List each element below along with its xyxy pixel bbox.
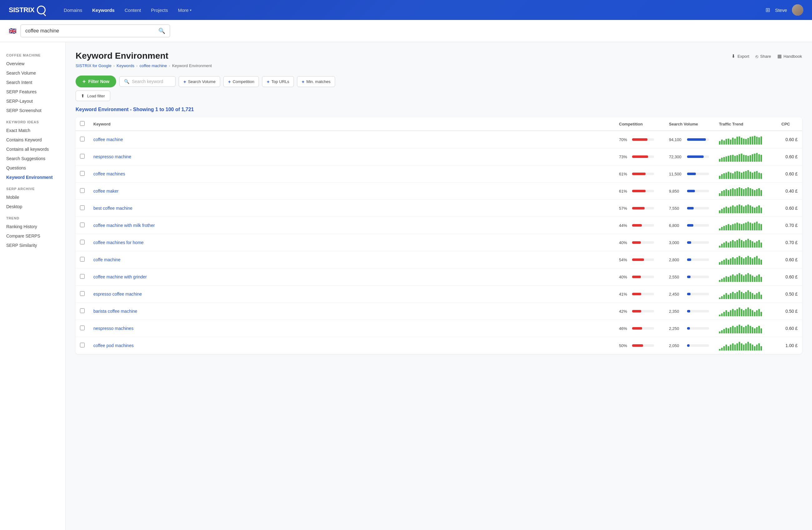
- avatar[interactable]: [792, 4, 803, 16]
- filter-now-button[interactable]: + Filter Now: [76, 75, 116, 87]
- row-checkbox[interactable]: [80, 154, 85, 159]
- keyword-link[interactable]: barista coffee machine: [93, 309, 137, 314]
- keyword-link[interactable]: best coffee machine: [93, 206, 132, 211]
- row-checkbox[interactable]: [80, 240, 85, 245]
- keyword-link[interactable]: nespresso machine: [93, 154, 131, 159]
- keyword-link[interactable]: coffee machines for home: [93, 240, 144, 245]
- row-checkbox[interactable]: [80, 171, 85, 176]
- select-all-checkbox[interactable]: [80, 121, 85, 126]
- grid-icon[interactable]: ⊞: [766, 6, 770, 13]
- logo: SISTRIX: [9, 5, 46, 14]
- keyword-link[interactable]: coffee machine with grinder: [93, 274, 147, 279]
- sidebar-item-questions[interactable]: Questions: [0, 163, 65, 173]
- nav-domains[interactable]: Domains: [59, 5, 87, 15]
- row-checkbox[interactable]: [80, 223, 85, 227]
- table-title: Keyword Environment - Showing 1 to 100 o…: [76, 107, 802, 112]
- header: SISTRIX Domains Keywords Content Project…: [0, 0, 812, 20]
- cpc-cell: 0.40 £: [777, 182, 802, 200]
- cpc-cell: 0.70 £: [777, 234, 802, 251]
- filter-search-box[interactable]: 🔍 Search keyword: [119, 76, 175, 87]
- breadcrumb-current: Keyword Environment: [172, 63, 212, 68]
- keyword-link[interactable]: coffee pod machines: [93, 343, 134, 348]
- content-area: Keyword Environment SISTRIX for Google ›…: [66, 42, 812, 530]
- breadcrumb-sistrix[interactable]: SISTRIX for Google: [76, 63, 112, 68]
- sidebar-item-desktop[interactable]: Desktop: [0, 202, 65, 211]
- row-checkbox[interactable]: [80, 326, 85, 330]
- logo-text: SISTRIX: [9, 6, 34, 14]
- trend-cell: [714, 217, 777, 234]
- breadcrumb-coffee-machine[interactable]: coffee machine: [140, 63, 167, 68]
- page-title: Keyword Environment: [76, 51, 212, 61]
- load-filter-button[interactable]: ⬆ Load filter: [76, 90, 110, 101]
- export-button[interactable]: ⬇ Export: [731, 53, 749, 59]
- sidebar-item-contains-keyword[interactable]: Contains Keyword: [0, 135, 65, 145]
- sidebar-item-search-volume[interactable]: Search Volume: [0, 68, 65, 78]
- sidebar-item-serp-screenshot[interactable]: SERP Screenshot: [0, 106, 65, 115]
- top-urls-filter-button[interactable]: + Top URLs: [262, 76, 294, 87]
- trend-cell: [714, 337, 777, 354]
- trend-cell: [714, 200, 777, 217]
- competition-filter-button[interactable]: + Competition: [223, 76, 259, 87]
- sidebar-item-search-suggestions[interactable]: Search Suggestions: [0, 154, 65, 163]
- row-checkbox[interactable]: [80, 188, 85, 193]
- keyword-link[interactable]: coffe machine: [93, 257, 120, 262]
- chevron-down-icon: ▾: [190, 9, 191, 12]
- row-checkbox[interactable]: [80, 257, 85, 262]
- competition-cell: 44%: [614, 217, 665, 234]
- row-checkbox[interactable]: [80, 274, 85, 279]
- nav-more[interactable]: More ▾: [174, 5, 196, 15]
- nav-keywords[interactable]: Keywords: [88, 5, 119, 15]
- table-row: coffee pod machines50%2,0501.00 £: [76, 337, 802, 354]
- cpc-cell: 0.60 £: [777, 165, 802, 182]
- country-flag[interactable]: 🇬🇧: [9, 27, 17, 35]
- cpc-cell: 0.60 £: [777, 131, 802, 148]
- handbook-button[interactable]: ▦ Handbook: [777, 53, 802, 59]
- sidebar-item-compare-serps[interactable]: Compare SERPS: [0, 231, 65, 241]
- row-checkbox[interactable]: [80, 205, 85, 210]
- sidebar-item-keyword-environment[interactable]: Keyword Environment: [0, 173, 65, 182]
- row-checkbox[interactable]: [80, 308, 85, 313]
- breadcrumb-keywords[interactable]: Keywords: [116, 63, 134, 68]
- trend-cell: [714, 303, 777, 320]
- sidebar-item-serp-features[interactable]: SERP Features: [0, 87, 65, 97]
- search-volume-cell: 2,450: [665, 285, 714, 303]
- plus-icon: +: [302, 79, 304, 84]
- sidebar-item-serp-similarity[interactable]: SERP Similarity: [0, 241, 65, 250]
- keyword-link[interactable]: coffee machine: [93, 137, 123, 142]
- search-bar: 🇬🇧 🔍: [0, 20, 812, 42]
- nav-content[interactable]: Content: [120, 5, 146, 15]
- min-matches-filter-button[interactable]: + Min. matches: [297, 76, 335, 87]
- sidebar-item-mobile[interactable]: Mobile: [0, 193, 65, 202]
- keyword-link[interactable]: coffee machine with milk frother: [93, 223, 155, 228]
- nav-projects[interactable]: Projects: [147, 5, 172, 15]
- export-icon: ⬇: [731, 53, 736, 59]
- search-icon: 🔍: [124, 79, 129, 84]
- sidebar-item-exact-match[interactable]: Exact Match: [0, 126, 65, 135]
- row-checkbox[interactable]: [80, 291, 85, 296]
- cpc-cell: 0.50 £: [777, 303, 802, 320]
- cpc-cell: 0.60 £: [777, 200, 802, 217]
- table-row: coffee machines61%11,5000.60 £: [76, 165, 802, 182]
- sidebar-item-contains-all[interactable]: Contains all keywords: [0, 145, 65, 154]
- keyword-link[interactable]: coffee machines: [93, 171, 125, 176]
- share-button[interactable]: ⎋ Share: [755, 54, 771, 59]
- th-competition: Competition: [614, 117, 665, 131]
- row-checkbox[interactable]: [80, 343, 85, 348]
- row-checkbox[interactable]: [80, 137, 85, 142]
- cpc-cell: 0.60 £: [777, 251, 802, 268]
- search-volume-filter-button[interactable]: + Search Volume: [179, 76, 220, 87]
- keyword-link[interactable]: nespresso machines: [93, 326, 133, 331]
- plus-icon: +: [83, 79, 86, 84]
- search-input[interactable]: [25, 28, 155, 34]
- sidebar-item-ranking-history[interactable]: Ranking History: [0, 222, 65, 231]
- sidebar-item-overview[interactable]: Overview: [0, 59, 65, 68]
- keyword-link[interactable]: coffee maker: [93, 189, 119, 193]
- logo-icon: [37, 5, 46, 14]
- sidebar-item-search-intent[interactable]: Search Intent: [0, 78, 65, 87]
- sidebar-item-serp-layout[interactable]: SERP-Layout: [0, 97, 65, 106]
- load-icon: ⬆: [81, 93, 85, 98]
- keyword-link[interactable]: espresso coffee machine: [93, 292, 142, 296]
- share-icon: ⎋: [755, 54, 758, 59]
- search-icon[interactable]: 🔍: [158, 28, 165, 34]
- breadcrumb-sep-1: ›: [113, 63, 115, 68]
